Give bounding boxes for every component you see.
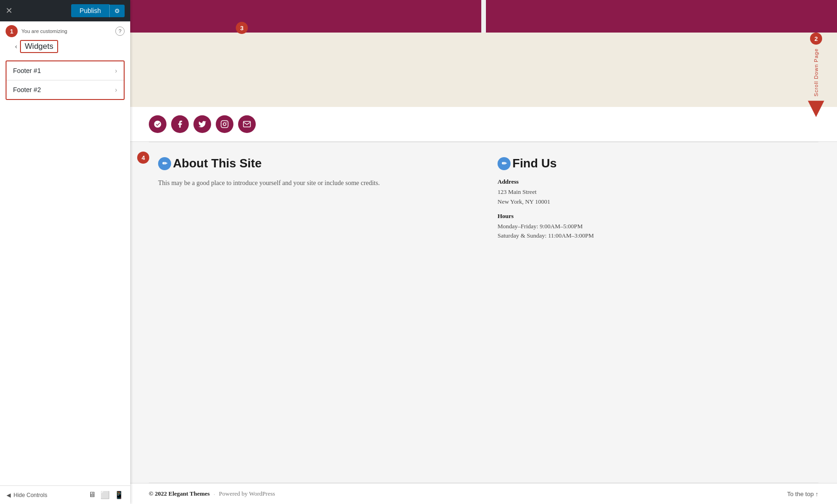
footer-widget-list: Footer #1 › Footer #2 ›	[6, 60, 125, 100]
step1-badge: 1	[6, 25, 18, 37]
widgets-label: Widgets	[20, 40, 58, 53]
facebook-icon[interactable]	[171, 115, 189, 133]
address-value: 123 Main Street New York, NY 10001	[498, 187, 818, 207]
widgets-grid: ✏ About This Site This may be a good pla…	[158, 156, 818, 246]
address-label: Address	[498, 178, 818, 186]
about-widget: ✏ About This Site This may be a good pla…	[158, 156, 479, 246]
mobile-icon[interactable]: 📱	[114, 491, 124, 499]
scroll-down-label: Scroll Down Page	[813, 48, 819, 96]
preview-panel: 2 Scroll Down Page ▼ 4	[130, 0, 837, 504]
svg-point-2	[226, 122, 227, 123]
panel-header: ✕ Publish ⚙	[0, 0, 130, 21]
svg-point-1	[223, 123, 226, 126]
widgets-content-area: 4 ✏ About This Site This may be a good p…	[130, 142, 837, 483]
footer2-item[interactable]: Footer #2 ›	[7, 80, 124, 99]
about-title: About This Site	[173, 156, 262, 171]
customizer-panel: ✕ Publish ⚙ 1 You are customizing ? ‹ Wi…	[0, 0, 130, 504]
footer-bottom-bar: © 2022 Elegant Themes · Powered by WordP…	[130, 483, 837, 504]
back-button[interactable]: ‹	[15, 42, 17, 51]
chevron-right-icon: ›	[115, 67, 117, 74]
yelp-icon[interactable]	[149, 115, 166, 133]
separator: ·	[213, 491, 215, 497]
findus-edit-button[interactable]: ✏	[498, 157, 511, 170]
tablet-icon[interactable]: ⬜	[100, 491, 110, 499]
footer1-item[interactable]: Footer #1 ›	[7, 61, 124, 80]
gear-button[interactable]: ⚙	[109, 5, 125, 17]
hide-controls-button[interactable]: ◀ Hide Controls	[7, 492, 47, 498]
step2-badge: 2	[810, 33, 822, 45]
findus-title: Find Us	[512, 156, 557, 171]
help-button[interactable]: ?	[115, 27, 125, 36]
copyright-text: © 2022 Elegant Themes	[149, 490, 210, 497]
widgets-row: ‹ Widgets	[0, 39, 130, 57]
customizing-label: You are customizing	[21, 28, 67, 34]
powered-by-text: Powered by WordPress	[219, 490, 275, 497]
about-edit-button[interactable]: ✏	[158, 157, 171, 170]
about-body: This may be a good place to introduce yo…	[158, 178, 479, 188]
hero-bar-right	[486, 0, 837, 33]
svg-rect-0	[221, 121, 228, 128]
step4-badge: 4	[137, 152, 149, 164]
desktop-icon[interactable]: 🖥	[88, 491, 96, 499]
eye-icon: ◀	[7, 492, 11, 498]
twitter-icon[interactable]	[193, 115, 211, 133]
chevron-right-icon: ›	[115, 86, 117, 93]
findus-widget: ✏ Find Us Address 123 Main Street New Yo…	[498, 156, 818, 246]
hours-value: Monday–Friday: 9:00AM–5:00PM Saturday & …	[498, 222, 818, 241]
bottom-bar: ◀ Hide Controls 🖥 ⬜ 📱	[0, 485, 130, 504]
email-icon[interactable]	[238, 115, 256, 133]
hours-label: Hours	[498, 212, 818, 220]
publish-button[interactable]: Publish	[71, 4, 109, 17]
hero-bar-left	[130, 0, 481, 33]
beige-content-section: 2 Scroll Down Page ▼	[130, 33, 837, 107]
customizing-row: 1 You are customizing ?	[0, 21, 130, 39]
social-icons-row	[130, 107, 837, 142]
device-icons: 🖥 ⬜ 📱	[88, 491, 124, 499]
step3-badge: 3	[236, 22, 248, 34]
to-top-link[interactable]: To the top ↑	[787, 491, 818, 497]
instagram-icon[interactable]	[216, 115, 233, 133]
close-button[interactable]: ✕	[6, 7, 13, 15]
scroll-down-arrow-icon: ▼	[802, 93, 830, 121]
